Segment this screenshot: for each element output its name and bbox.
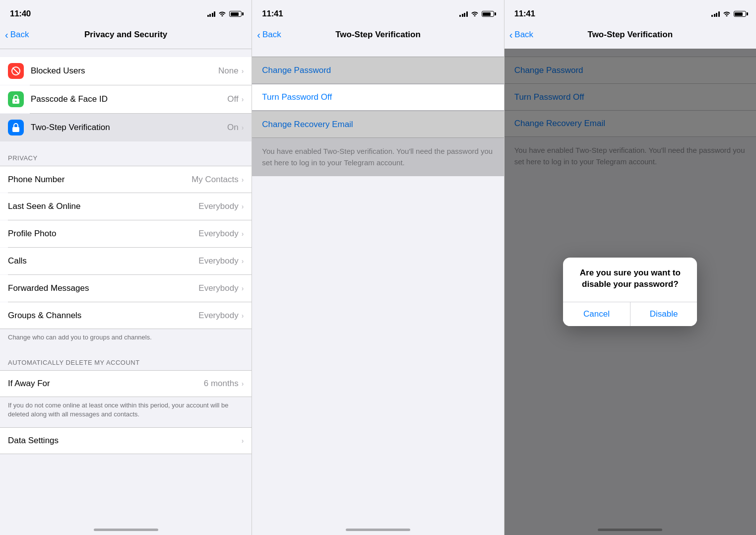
signal-icon-3 <box>711 11 720 17</box>
status-time-1: 11:40 <box>10 9 31 19</box>
calls-value: Everybody <box>198 256 238 266</box>
status-time-2: 11:41 <box>262 9 283 19</box>
change-password-wrapper-2: Change Password <box>252 57 504 83</box>
privacy-section-header: PRIVACY <box>0 145 252 166</box>
blocked-users-item[interactable]: Blocked Users None › <box>0 57 252 85</box>
nav-title-1: Privacy and Security <box>84 30 167 40</box>
passcode-label: Passcode & Face ID <box>31 94 227 104</box>
forwarded-messages-label: Forwarded Messages <box>8 283 198 293</box>
signal-icon-2 <box>459 11 468 17</box>
blocked-users-icon <box>8 63 24 79</box>
delete-section-header: AUTOMATICALLY DELETE MY ACCOUNT <box>0 350 252 370</box>
alert-cancel-button[interactable]: Cancel <box>563 302 630 326</box>
wifi-icon-3 <box>723 10 731 18</box>
two-step-description-2: You have enabled Two-Step verification. … <box>252 138 504 176</box>
svg-line-1 <box>13 68 19 74</box>
two-step-value: On <box>227 123 239 133</box>
back-button-1[interactable]: ‹ Back <box>5 30 29 40</box>
alert-overlay-3: Are you sure you want to disable your pa… <box>504 49 756 535</box>
screen3: 11:41 ‹ Back Two-Step Verification <box>504 0 756 535</box>
data-settings-label: Data Settings <box>8 436 242 446</box>
nav-title-2: Two-Step Verification <box>335 30 421 40</box>
back-chevron-1: ‹ <box>5 30 8 40</box>
signal-icon-1 <box>207 11 216 17</box>
back-label-1: Back <box>10 30 29 40</box>
forwarded-messages-item[interactable]: Forwarded Messages Everybody › <box>0 275 252 302</box>
status-time-3: 11:41 <box>514 9 535 19</box>
two-step-item[interactable]: Two-Step Verification On › <box>0 114 252 141</box>
alert-title-3: Are you sure you want to disable your pa… <box>571 268 689 289</box>
data-settings-item[interactable]: Data Settings › <box>0 427 252 454</box>
privacy-footer: Change who can add you to groups and cha… <box>0 329 252 350</box>
status-icons-1 <box>207 10 242 18</box>
status-bar-1: 11:40 <box>0 0 252 25</box>
change-recovery-item-2[interactable]: Change Recovery Email <box>252 111 504 138</box>
passcode-faceid-item[interactable]: Passcode & Face ID Off › <box>0 85 252 113</box>
change-password-label-2: Change Password <box>262 66 331 75</box>
blocked-users-label: Blocked Users <box>31 66 218 76</box>
back-label-3: Back <box>514 30 533 40</box>
last-seen-value: Everybody <box>198 201 238 211</box>
back-button-3[interactable]: ‹ Back <box>509 30 533 40</box>
alert-buttons-3: Cancel Disable <box>563 302 697 326</box>
nav-title-3: Two-Step Verification <box>588 30 673 40</box>
forwarded-messages-value: Everybody <box>198 283 238 293</box>
status-icons-3 <box>711 10 746 18</box>
change-recovery-label-2: Change Recovery Email <box>262 120 353 130</box>
groups-channels-label: Groups & Channels <box>8 311 198 321</box>
turn-password-off-label-2: Turn Password Off <box>262 92 332 102</box>
back-button-2[interactable]: ‹ Back <box>257 30 281 40</box>
nav-bar-2: ‹ Back Two-Step Verification <box>252 25 504 49</box>
status-bar-2: 11:41 <box>252 0 504 25</box>
last-seen-label: Last Seen & Online <box>8 201 198 211</box>
nav-bar-1: ‹ Back Privacy and Security <box>0 25 252 49</box>
groups-channels-item[interactable]: Groups & Channels Everybody › <box>0 302 252 329</box>
wifi-icon-2 <box>471 10 479 18</box>
groups-channels-value: Everybody <box>198 311 238 321</box>
nav-bar-3: ‹ Back Two-Step Verification <box>504 25 756 49</box>
battery-icon-3 <box>734 11 746 17</box>
screen2: 11:41 ‹ Back Two-Step Verification <box>252 0 504 535</box>
calls-label: Calls <box>8 256 198 266</box>
profile-photo-label: Profile Photo <box>8 229 198 239</box>
status-bar-3: 11:41 <box>504 0 756 25</box>
alert-dialog-3: Are you sure you want to disable your pa… <box>563 258 697 326</box>
blocked-users-value: None <box>218 66 239 76</box>
wifi-icon-1 <box>218 10 226 18</box>
change-password-item-2[interactable]: Change Password <box>252 57 504 83</box>
change-recovery-wrapper-2: Change Recovery Email <box>252 111 504 138</box>
back-chevron-3: ‹ <box>509 30 513 40</box>
passcode-chevron: › <box>242 95 244 103</box>
two-step-label: Two-Step Verification <box>31 123 227 133</box>
phone-number-value: My Contacts <box>191 175 238 185</box>
two-step-icon <box>8 120 24 135</box>
screen1: 11:40 ‹ Back Privacy and Security <box>0 0 252 535</box>
passcode-value: Off <box>227 94 238 104</box>
delete-footer: If you do not come online at least once … <box>0 397 252 427</box>
status-icons-2 <box>459 10 494 18</box>
if-away-for-value: 6 months <box>204 379 239 389</box>
alert-disable-button[interactable]: Disable <box>630 302 697 326</box>
blocked-users-chevron: › <box>242 67 244 75</box>
svg-rect-4 <box>12 127 19 132</box>
battery-icon-1 <box>229 11 242 17</box>
calls-item[interactable]: Calls Everybody › <box>0 248 252 274</box>
if-away-for-item[interactable]: If Away For 6 months › <box>0 370 252 397</box>
profile-photo-item[interactable]: Profile Photo Everybody › <box>0 220 252 247</box>
last-seen-item[interactable]: Last Seen & Online Everybody › <box>0 193 252 220</box>
back-label-2: Back <box>262 30 281 40</box>
if-away-for-label: If Away For <box>8 379 204 389</box>
battery-icon-2 <box>482 11 494 17</box>
home-indicator-1 <box>94 529 158 531</box>
profile-photo-value: Everybody <box>198 229 238 239</box>
turn-password-off-item-2[interactable]: Turn Password Off <box>252 83 504 111</box>
phone-number-item[interactable]: Phone Number My Contacts › <box>0 166 252 193</box>
home-indicator-2 <box>346 529 410 531</box>
phone-number-label: Phone Number <box>8 175 191 185</box>
passcode-icon <box>8 91 24 107</box>
back-chevron-2: ‹ <box>257 30 260 40</box>
two-step-chevron: › <box>242 124 244 132</box>
svg-point-3 <box>15 101 17 102</box>
